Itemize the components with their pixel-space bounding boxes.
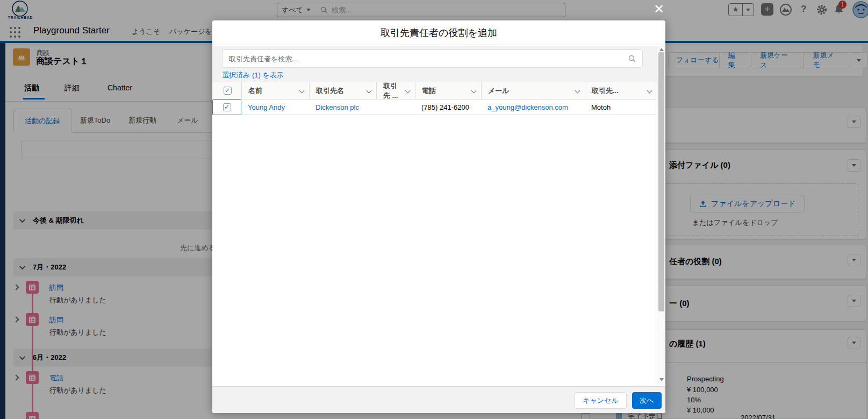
scrollbar-thumb[interactable] (658, 52, 664, 311)
cancel-button[interactable]: キャンセル (575, 392, 627, 409)
column-header-account3[interactable]: 取引先... (585, 82, 657, 100)
cell-email-link[interactable]: a_young@dickenson.com (481, 100, 585, 115)
cell-name-link[interactable]: Young Andy (241, 100, 309, 115)
contact-search-box[interactable] (222, 49, 643, 68)
scroll-up-arrow[interactable] (659, 48, 664, 51)
contact-search-input[interactable] (229, 55, 628, 63)
chevron-down-icon (647, 88, 652, 94)
modal-scrollbar[interactable] (657, 46, 665, 385)
column-header-email[interactable]: メール (481, 82, 585, 100)
modal-footer: キャンセル 次へ (212, 386, 665, 413)
chevron-down-icon (575, 88, 580, 94)
screen: TRAILHEAD すべて ★ + ? (0, 0, 868, 419)
chevron-down-icon (299, 88, 305, 94)
modal-search-section: 選択済み (1) を表示 (212, 46, 665, 82)
cell-account2 (376, 100, 415, 115)
show-selected-link[interactable]: 選択済み (1) を表示 (222, 70, 284, 80)
column-header-account[interactable]: 取引先名 (309, 82, 376, 100)
chevron-down-icon (405, 88, 411, 94)
select-all-checkbox[interactable]: ✓ (224, 87, 232, 95)
modal-title: 取引先責任者の役割を追加 (212, 20, 665, 45)
modal-close-icon[interactable]: ✕ (649, 0, 669, 18)
row-checkbox[interactable]: ✓ (223, 103, 231, 111)
next-button[interactable]: 次へ (632, 392, 662, 409)
cell-phone: (785) 241-6200 (415, 100, 481, 115)
column-header-phone[interactable]: 電話 (415, 82, 481, 100)
scroll-down-arrow[interactable] (659, 378, 664, 381)
table-row[interactable]: ✓ Young Andy Dickenson plc (785) 241-620… (212, 100, 657, 115)
chevron-down-icon (471, 88, 477, 94)
add-contact-role-modal: 取引先責任者の役割を追加 選択済み (1) を表示 ✓ 名前 取 (212, 20, 665, 413)
table-header-row: ✓ 名前 取引先名 取引先 ... 電話 メール 取引先... (212, 82, 657, 100)
column-header-account2[interactable]: 取引先 ... (376, 82, 415, 100)
row-select-cell[interactable]: ✓ (212, 100, 241, 115)
search-icon (628, 55, 636, 62)
cell-account3: Motoh (585, 100, 657, 115)
column-header-name[interactable]: 名前 (241, 82, 309, 100)
select-all-cell[interactable]: ✓ (212, 82, 241, 100)
chevron-down-icon (367, 88, 372, 94)
cell-account-link[interactable]: Dickenson plc (309, 100, 376, 115)
